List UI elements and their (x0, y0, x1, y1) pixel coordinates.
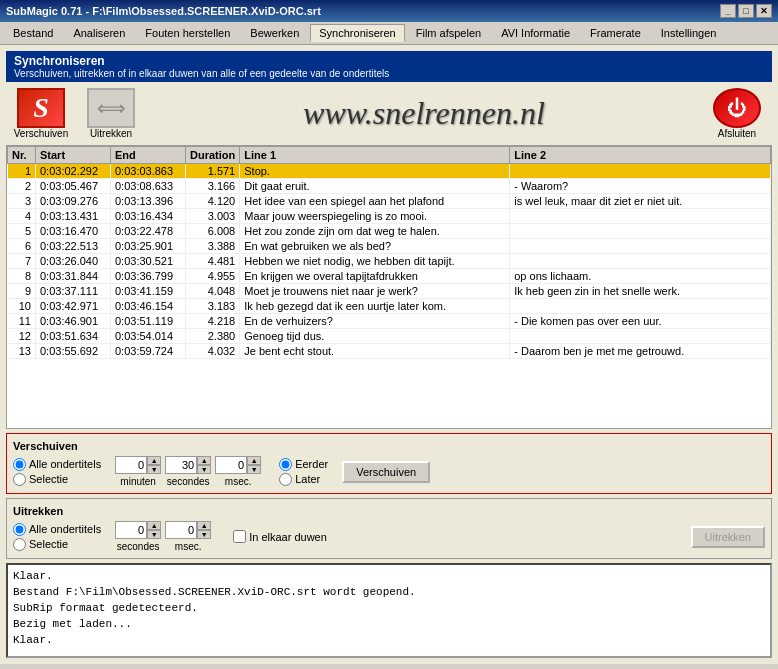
uitrekken-selectie-radio[interactable] (13, 538, 26, 551)
verschuiven-minuten-btns: ▲ ▼ (147, 456, 161, 474)
uitrekken-msec-down[interactable]: ▼ (197, 530, 211, 539)
menu-tab-bestand[interactable]: Bestand (4, 24, 62, 42)
verschuiven-secondes-down[interactable]: ▼ (197, 465, 211, 474)
in-elkaar-duwen-check[interactable] (233, 530, 246, 543)
table-row[interactable]: 9 0:03:37.111 0:03:41.159 4.048 Moet je … (8, 284, 771, 299)
verschuiven-eerder-radio[interactable] (279, 458, 292, 471)
afsluiten-icon: ⏻ (713, 88, 761, 128)
verschuiven-msec-down[interactable]: ▼ (247, 465, 261, 474)
col-header-nr: Nr. (8, 147, 36, 164)
table-row[interactable]: 10 0:03:42.971 0:03:46.154 3.183 Ik heb … (8, 299, 771, 314)
uitrekken-alle-radio[interactable] (13, 523, 26, 536)
uitrekken-msec-up[interactable]: ▲ (197, 521, 211, 530)
table-row[interactable]: 2 0:03:05.467 0:03:08.633 3.166 Dit gaat… (8, 179, 771, 194)
uitrekken-secondes-spinner[interactable]: ▲ ▼ (115, 521, 161, 539)
verschuiven-eerder[interactable]: Eerder (279, 458, 328, 471)
col-header-duration: Duration (186, 147, 240, 164)
cell-nr: 5 (8, 224, 36, 239)
table-row[interactable]: 3 0:03:09.276 0:03:13.396 4.120 Het idee… (8, 194, 771, 209)
verschuiven-toolbar-button[interactable]: S Verschuiven (6, 88, 76, 139)
table-row[interactable]: 1 0:03:02.292 0:03:03.863 1.571 Stop. (8, 164, 771, 179)
menu-tab-instellingen[interactable]: Instellingen (652, 24, 726, 42)
cell-nr: 3 (8, 194, 36, 209)
uitrekken-msec-input[interactable] (165, 521, 197, 539)
verschuiven-alle-radio[interactable] (13, 458, 26, 471)
window-title: SubMagic 0.71 - F:\Film\Obsessed.SCREENE… (6, 5, 321, 17)
cell-line1: Stop. (240, 164, 510, 179)
cell-nr: 8 (8, 269, 36, 284)
verschuiven-minuten-spinner[interactable]: ▲ ▼ (115, 456, 161, 474)
cell-line1: Ik heb gezegd dat ik een uurtje later ko… (240, 299, 510, 314)
verschuiven-alle-label: Alle ondertitels (29, 458, 101, 470)
log-line: Klaar. (13, 632, 765, 648)
verschuiven-alle-ondertitels[interactable]: Alle ondertitels (13, 458, 101, 471)
cell-end: 0:03:36.799 (111, 269, 186, 284)
cell-line2 (510, 164, 771, 179)
table-row[interactable]: 8 0:03:31.844 0:03:36.799 4.955 En krijg… (8, 269, 771, 284)
verschuiven-later-radio[interactable] (279, 473, 292, 486)
titlebar: SubMagic 0.71 - F:\Film\Obsessed.SCREENE… (0, 0, 778, 22)
uitrekken-toolbar-button[interactable]: ⟺ Uitrekken (76, 88, 146, 139)
table-row[interactable]: 6 0:03:22.513 0:03:25.901 3.388 En wat g… (8, 239, 771, 254)
cell-duration: 1.571 (186, 164, 240, 179)
verschuiven-later[interactable]: Later (279, 473, 328, 486)
verschuiven-selectie-radio[interactable] (13, 473, 26, 486)
cell-duration: 3.388 (186, 239, 240, 254)
verschuiven-secondes-spinner[interactable]: ▲ ▼ (165, 456, 211, 474)
uitrekken-msec-spinner[interactable]: ▲ ▼ (165, 521, 211, 539)
menu-tab-fouten-herstellen[interactable]: Fouten herstellen (136, 24, 239, 42)
table-row[interactable]: 11 0:03:46.901 0:03:51.119 4.218 En de v… (8, 314, 771, 329)
verschuiven-selectie[interactable]: Selectie (13, 473, 101, 486)
uitrekken-alle-ondertitels[interactable]: Alle ondertitels (13, 523, 101, 536)
verschuiven-msec-spinner[interactable]: ▲ ▼ (215, 456, 261, 474)
uitrekken-panel: Uitrekken Alle ondertitels Selectie (6, 498, 772, 559)
verschuiven-minuten-down[interactable]: ▼ (147, 465, 161, 474)
cell-start: 0:03:37.111 (36, 284, 111, 299)
table-row[interactable]: 7 0:03:26.040 0:03:30.521 4.481 Hebben w… (8, 254, 771, 269)
table-row[interactable]: 12 0:03:51.634 0:03:54.014 2.380 Genoeg … (8, 329, 771, 344)
cell-end: 0:03:46.154 (111, 299, 186, 314)
cell-line1: Moet je trouwens niet naar je werk? (240, 284, 510, 299)
cell-nr: 1 (8, 164, 36, 179)
maximize-button[interactable]: □ (738, 4, 754, 18)
cell-start: 0:03:05.467 (36, 179, 111, 194)
table-row[interactable]: 4 0:03:13.431 0:03:16.434 3.003 Maar jou… (8, 209, 771, 224)
menu-tab-bewerken[interactable]: Bewerken (241, 24, 308, 42)
verschuiven-msec-up[interactable]: ▲ (247, 456, 261, 465)
menu-tab-framerate[interactable]: Framerate (581, 24, 650, 42)
main-content: Synchroniseren Verschuiven, uitrekken of… (0, 45, 778, 664)
verschuiven-minuten-input[interactable] (115, 456, 147, 474)
cell-nr: 2 (8, 179, 36, 194)
uitrekken-secondes-down[interactable]: ▼ (147, 530, 161, 539)
menu-tab-synchroniseren[interactable]: Synchroniseren (310, 24, 404, 42)
afsluiten-toolbar-button[interactable]: ⏻ Afsluiten (702, 88, 772, 139)
menu-tab-film-afspelen[interactable]: Film afspelen (407, 24, 490, 42)
verschuiven-secondes-input[interactable] (165, 456, 197, 474)
close-button[interactable]: ✕ (756, 4, 772, 18)
verschuiven-minuten-up[interactable]: ▲ (147, 456, 161, 465)
uitrekken-secondes-label: secondes (117, 541, 160, 552)
verschuiven-icon: S (17, 88, 65, 128)
cell-start: 0:03:55.692 (36, 344, 111, 359)
verschuiven-secondes-up[interactable]: ▲ (197, 456, 211, 465)
cell-end: 0:03:16.434 (111, 209, 186, 224)
uitrekken-secondes-btns: ▲ ▼ (147, 521, 161, 539)
cell-start: 0:03:09.276 (36, 194, 111, 209)
menu-tab-avi-informatie[interactable]: AVI Informatie (492, 24, 579, 42)
in-elkaar-duwen-checkbox[interactable]: In elkaar duwen (233, 530, 327, 543)
uitrekken-selectie[interactable]: Selectie (13, 538, 101, 551)
cell-line1: Maar jouw weerspiegeling is zo mooi. (240, 209, 510, 224)
verschuiven-action-button[interactable]: Verschuiven (342, 461, 430, 483)
cell-end: 0:03:41.159 (111, 284, 186, 299)
log-area: Klaar.Bestand F:\Film\Obsessed.SCREENER.… (6, 563, 772, 658)
menu-tab-analiseren[interactable]: Analiseren (64, 24, 134, 42)
table-row[interactable]: 13 0:03:55.692 0:03:59.724 4.032 Je bent… (8, 344, 771, 359)
table-row[interactable]: 5 0:03:16.470 0:03:22.478 6.008 Het zou … (8, 224, 771, 239)
uitrekken-secondes-input[interactable] (115, 521, 147, 539)
uitrekken-secondes-up[interactable]: ▲ (147, 521, 161, 530)
verschuiven-msec-input[interactable] (215, 456, 247, 474)
minimize-button[interactable]: _ (720, 4, 736, 18)
cell-end: 0:03:13.396 (111, 194, 186, 209)
uitrekken-action-button[interactable]: Uitrekken (691, 526, 765, 548)
in-elkaar-duwen-label: In elkaar duwen (249, 531, 327, 543)
